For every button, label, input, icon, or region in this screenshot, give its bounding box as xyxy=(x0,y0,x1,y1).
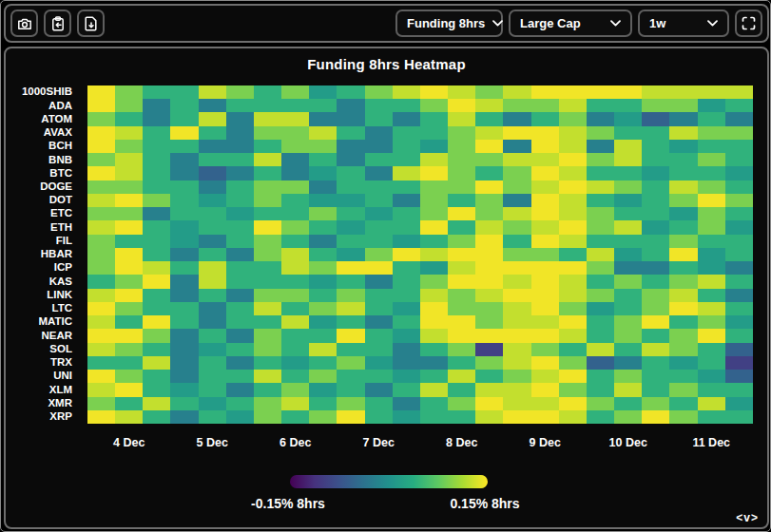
heatmap-cell xyxy=(281,329,309,342)
heatmap-cell xyxy=(503,140,530,153)
heatmap-cell xyxy=(642,140,669,153)
timeframe-dropdown[interactable]: 1w xyxy=(638,10,729,37)
heatmap-cell xyxy=(725,329,753,342)
heatmap-cell xyxy=(87,329,115,342)
heatmap-cell xyxy=(587,315,614,329)
heatmap-cell xyxy=(365,370,393,383)
heatmap-cell xyxy=(698,194,725,207)
heatmap-cell xyxy=(254,180,281,194)
heatmap-cell xyxy=(115,126,143,140)
heatmap-cell xyxy=(393,356,420,370)
heatmap-cell xyxy=(393,99,420,112)
heatmap-cell xyxy=(559,302,587,315)
heatmap-cell xyxy=(698,329,725,342)
heatmap-cell xyxy=(337,207,364,220)
heatmap-cell xyxy=(642,235,669,248)
chevron-down-icon xyxy=(492,20,503,27)
y-axis-label: DOT xyxy=(6,194,72,207)
heatmap-cell xyxy=(337,235,364,248)
heatmap-cell xyxy=(226,329,254,342)
y-axis-label: ADA xyxy=(6,99,72,112)
x-axis-label: 6 Dec xyxy=(279,436,311,449)
heatmap-cell xyxy=(281,153,309,166)
heatmap-cell xyxy=(669,343,697,356)
heatmap-cell xyxy=(642,248,669,261)
category-dropdown-label: Large Cap xyxy=(520,16,581,30)
x-axis-label: 4 Dec xyxy=(113,436,145,449)
pager-control[interactable]: <v> xyxy=(736,511,759,524)
heatmap-cell xyxy=(475,343,503,356)
heatmap-cell xyxy=(365,410,393,424)
export-file-button[interactable] xyxy=(77,10,105,37)
heatmap-cell xyxy=(642,383,669,396)
heatmap-cell xyxy=(503,166,530,180)
heatmap[interactable] xyxy=(87,86,753,424)
heatmap-cell xyxy=(115,329,143,342)
heatmap-cell xyxy=(115,370,143,383)
metric-dropdown[interactable]: Funding 8hrs xyxy=(395,10,503,37)
category-dropdown[interactable]: Large Cap xyxy=(509,10,632,37)
heatmap-cell xyxy=(587,289,614,302)
heatmap-cell xyxy=(448,302,475,315)
heatmap-cell xyxy=(199,356,226,370)
chevron-down-icon xyxy=(707,20,718,27)
heatmap-cell xyxy=(254,112,281,125)
heatmap-cell xyxy=(393,261,420,275)
heatmap-cell xyxy=(559,370,587,383)
heatmap-cell xyxy=(170,194,198,207)
screenshot-button[interactable] xyxy=(10,10,38,37)
heatmap-cell xyxy=(559,248,587,261)
heatmap-cell xyxy=(698,220,725,234)
heatmap-cell xyxy=(698,153,725,166)
heatmap-cell xyxy=(503,180,530,194)
heatmap-cell xyxy=(587,207,614,220)
heatmap-cell xyxy=(642,99,669,112)
heatmap-cell xyxy=(587,166,614,180)
y-axis-label: XRP xyxy=(6,410,72,424)
heatmap-cell xyxy=(587,248,614,261)
heatmap-cell xyxy=(559,180,587,194)
chart-panel: Funding 8hrs Heatmap 1000SHIBADAATOMAVAX… xyxy=(4,47,769,529)
heatmap-cell xyxy=(254,315,281,329)
heatmap-cell xyxy=(448,289,475,302)
heatmap-cell xyxy=(669,397,697,410)
heatmap-cell xyxy=(559,343,587,356)
heatmap-cell xyxy=(309,410,337,424)
y-axis-label: 1000SHIB xyxy=(6,86,72,99)
heatmap-cell xyxy=(199,289,226,302)
y-axis-label: ICP xyxy=(6,261,72,275)
heatmap-cell xyxy=(365,140,393,153)
heatmap-cell xyxy=(254,220,281,234)
heatmap-cell xyxy=(531,275,559,288)
heatmap-cell xyxy=(669,207,697,220)
heatmap-cell xyxy=(115,140,143,153)
heatmap-cell xyxy=(365,261,393,275)
heatmap-cell xyxy=(199,99,226,112)
heatmap-cell xyxy=(475,180,503,194)
heatmap-cell xyxy=(531,248,559,261)
heatmap-cell xyxy=(281,220,309,234)
copy-to-clipboard-button[interactable] xyxy=(44,10,71,37)
heatmap-cell xyxy=(725,410,753,424)
heatmap-cell xyxy=(503,410,530,424)
heatmap-cell xyxy=(475,329,503,342)
heatmap-cell xyxy=(420,302,448,315)
heatmap-cell xyxy=(115,343,143,356)
heatmap-cell xyxy=(170,99,198,112)
heatmap-cell xyxy=(365,275,393,288)
heatmap-cell xyxy=(587,261,614,275)
heatmap-cell xyxy=(614,261,642,275)
x-axis-label: 7 Dec xyxy=(363,436,395,449)
heatmap-cell xyxy=(503,153,530,166)
heatmap-cell xyxy=(309,194,337,207)
heatmap-cell xyxy=(226,86,254,99)
heatmap-cell xyxy=(170,383,198,396)
heatmap-cell xyxy=(365,329,393,342)
heatmap-cell xyxy=(365,397,393,410)
fullscreen-button[interactable] xyxy=(735,10,762,37)
heatmap-cell xyxy=(559,356,587,370)
heatmap-cell xyxy=(115,248,143,261)
heatmap-cell xyxy=(87,302,115,315)
heatmap-cell xyxy=(199,315,226,329)
toolbar-left-group xyxy=(10,10,105,37)
